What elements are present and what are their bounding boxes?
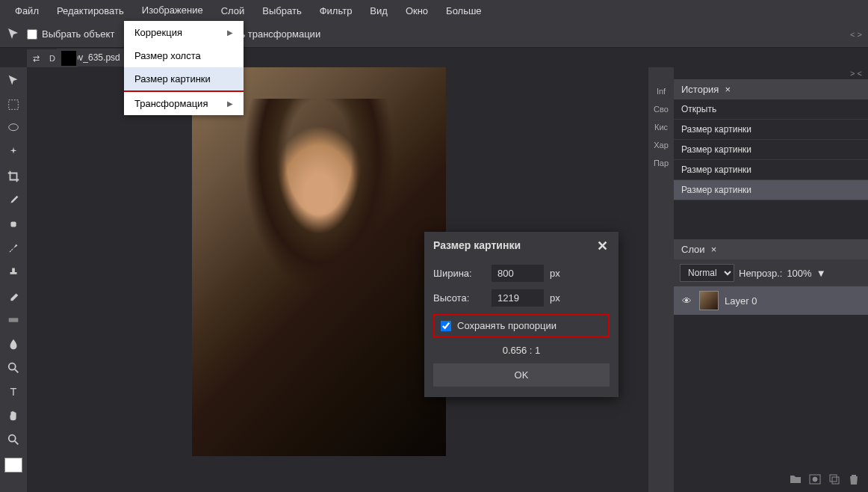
keep-ratio-label: Сохранять пропорции [457, 320, 557, 331]
folder-icon[interactable] [789, 473, 802, 486]
mask-icon[interactable] [808, 473, 822, 486]
marquee-tool[interactable] [3, 94, 24, 115]
mini-tab-inf[interactable]: Inf [648, 82, 674, 100]
menu-select[interactable]: Выбрать [253, 1, 310, 21]
svg-point-6 [9, 435, 16, 442]
opacity-label: Непрозр.: [739, 268, 782, 279]
menu-image[interactable]: Изображение [133, 0, 212, 22]
lasso-tool[interactable] [3, 118, 24, 139]
menu-edit[interactable]: Редактировать [48, 1, 133, 21]
layers-panel-header[interactable]: Слои × [674, 239, 868, 259]
menu-file[interactable]: Файл [6, 1, 48, 21]
brush-tool[interactable] [3, 238, 24, 259]
height-input[interactable] [492, 289, 544, 307]
trash-icon[interactable] [847, 473, 861, 486]
history-close-icon[interactable]: × [725, 84, 731, 95]
crop-tool[interactable] [3, 166, 24, 187]
svg-point-8 [813, 477, 817, 482]
dropdown-transform[interactable]: Трансформация ▶ [124, 92, 244, 115]
layers-controls: Normal Непрозр.: 100% ▼ [674, 259, 868, 286]
canvas-image[interactable] [192, 67, 446, 456]
blend-mode-select[interactable]: Normal [680, 264, 734, 282]
text-tool[interactable]: T [3, 381, 24, 402]
height-unit: px [550, 292, 560, 304]
history-item[interactable]: Размер картинки [674, 180, 868, 200]
ratio-text: 0.656 : 1 [433, 345, 610, 356]
blur-tool[interactable] [3, 333, 24, 354]
svg-point-1 [9, 124, 19, 131]
select-object-checkbox[interactable]: Выбрать объект [27, 28, 114, 40]
wand-tool[interactable] [3, 142, 24, 163]
layer-visibility-icon[interactable]: 👁 [680, 295, 693, 307]
history-panel-header[interactable]: История × [674, 79, 868, 99]
menu-filter[interactable]: Фильтр [311, 1, 362, 21]
gradient-tool[interactable] [3, 310, 24, 330]
panel-nav: > < [674, 67, 868, 79]
mini-tab-svo[interactable]: Сво [648, 100, 674, 118]
svg-rect-2 [10, 221, 16, 227]
layers-list: 👁 Layer 0 [674, 286, 868, 481]
thumb-label: D [45, 51, 60, 66]
submenu-arrow-icon: ▶ [227, 28, 233, 37]
layer-name[interactable]: Layer 0 [725, 295, 757, 307]
ok-button[interactable]: OK [433, 363, 610, 387]
mini-tab-har[interactable]: Хар [648, 136, 674, 154]
zoom-tool[interactable] [3, 429, 24, 450]
history-title: История [681, 84, 719, 95]
dropdown-correction[interactable]: Коррекция ▶ [124, 21, 244, 44]
width-label: Ширина: [433, 268, 486, 279]
width-input[interactable] [492, 265, 544, 282]
right-panels: Inf Сво Кис Хар Пар > < История × Открыт… [648, 67, 868, 492]
layer-thumbnail[interactable] [699, 291, 719, 310]
mini-tab-par[interactable]: Пар [648, 154, 674, 172]
heal-tool[interactable] [3, 214, 24, 235]
svg-point-4 [9, 363, 16, 370]
stamp-tool[interactable] [3, 262, 24, 283]
image-dropdown-menu: Коррекция ▶ Размер холста Размер картинк… [124, 21, 244, 115]
history-list: Открыть Размер картинки Размер картинки … [674, 99, 868, 238]
svg-rect-0 [9, 100, 19, 110]
history-item[interactable]: Размер картинки [674, 160, 868, 180]
layers-close-icon[interactable]: × [711, 244, 717, 255]
dropdown-canvas-size[interactable]: Размер холста [124, 44, 244, 67]
eraser-tool[interactable] [3, 286, 24, 307]
hand-tool[interactable] [3, 405, 24, 426]
eyedropper-tool[interactable] [3, 190, 24, 211]
duplicate-icon[interactable] [828, 473, 841, 486]
select-object-input[interactable] [27, 29, 37, 40]
svg-rect-3 [9, 318, 19, 322]
history-item[interactable]: Размер картинки [674, 140, 868, 160]
tools-panel: T [0, 67, 27, 492]
height-label: Высота: [433, 292, 486, 304]
opacity-dropdown-icon[interactable]: ▼ [816, 268, 826, 279]
keep-ratio-checkbox[interactable] [441, 321, 451, 331]
move-tool[interactable] [3, 70, 24, 91]
thumb-collapse-icon[interactable]: ⇄ [28, 51, 43, 66]
transform-label: ь трансформации [240, 28, 320, 40]
dialog-close-icon[interactable]: ✕ [595, 238, 610, 253]
keep-ratio-row[interactable]: Сохранять пропорции [433, 314, 610, 337]
layer-row[interactable]: 👁 Layer 0 [674, 286, 868, 315]
mini-tab-kis[interactable]: Кис [648, 118, 674, 136]
svg-rect-9 [830, 475, 837, 482]
thumb-preview[interactable] [61, 51, 76, 66]
menu-layer[interactable]: Слой [212, 1, 254, 21]
history-item[interactable]: Открыть [674, 99, 868, 120]
dropdown-image-size[interactable]: Размер картинки [124, 67, 244, 92]
svg-rect-10 [832, 477, 839, 484]
dodge-tool[interactable] [3, 357, 24, 378]
svg-text:T: T [10, 386, 17, 398]
history-item[interactable]: Размер картинки [674, 120, 868, 140]
foreground-color-swatch[interactable] [4, 458, 22, 473]
layer-thumb-strip: ⇄ D [27, 49, 78, 67]
panel-nav-right[interactable]: > < [850, 69, 862, 78]
menu-view[interactable]: Вид [361, 1, 397, 21]
width-unit: px [550, 268, 560, 279]
nav-left-icon[interactable]: < > [850, 30, 862, 39]
menu-window[interactable]: Окно [397, 1, 437, 21]
layers-title: Слои [681, 244, 705, 255]
dialog-header[interactable]: Размер картинки ✕ [424, 232, 619, 259]
layers-footer [783, 468, 867, 491]
menu-more[interactable]: Больше [437, 1, 491, 21]
opacity-value[interactable]: 100% [787, 268, 811, 279]
